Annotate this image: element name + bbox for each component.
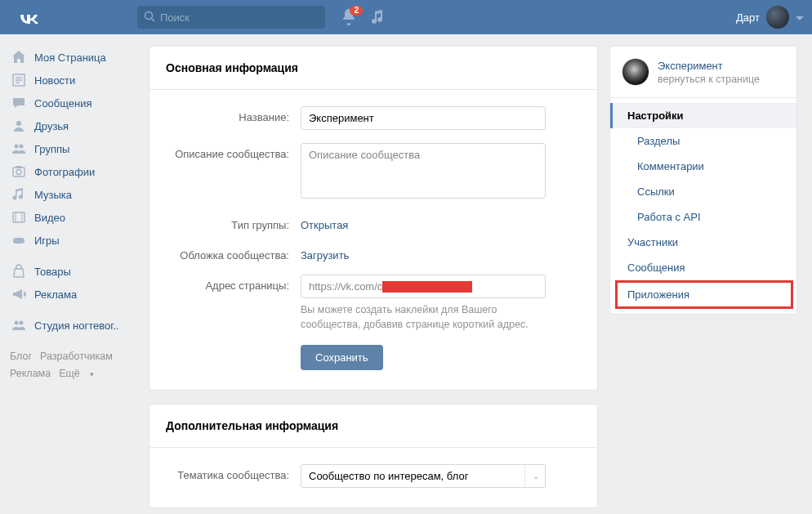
nav-item-msg[interactable]: Сообщения (7, 92, 137, 114)
sidebar-group-header[interactable]: Эксперимент вернуться к странице (610, 47, 796, 98)
sidebar-item[interactable]: Сообщения (610, 255, 796, 280)
search-input[interactable] (160, 11, 307, 24)
select-topic-value: Сообщество по интересам, блог (301, 464, 546, 488)
footer-devs[interactable]: Разработчикам (40, 351, 113, 362)
nav-item-music[interactable]: Музыка (7, 183, 137, 206)
input-name[interactable] (301, 106, 546, 130)
sidebar-item[interactable]: Ссылки (610, 179, 796, 204)
search-field[interactable] (137, 6, 325, 29)
sidebar-item[interactable]: Участники (610, 230, 796, 255)
nav-label: Друзья (34, 120, 69, 132)
sidebar-item[interactable]: Приложения (615, 280, 793, 309)
sidebar-item[interactable]: Комментарии (610, 154, 796, 179)
svg-point-17 (20, 321, 24, 325)
footer-blog[interactable]: Блог (10, 351, 32, 362)
notifications-icon[interactable]: 2 (341, 9, 356, 25)
url-hint: Вы можете создать наклейки для Вашего со… (301, 303, 554, 332)
svg-rect-12 (13, 212, 25, 222)
footer-links: БлогРазработчикам РекламаЕщё▾ (7, 348, 137, 383)
photos-icon (11, 164, 26, 179)
link-upload-cover[interactable]: Загрузить (301, 244, 349, 261)
panel-additional-info: Дополнительная информация Тематика сообщ… (149, 404, 598, 508)
url-prefix: https://vk.com/c (309, 280, 382, 293)
user-menu[interactable]: Дарт (736, 6, 804, 29)
select-topic[interactable]: Сообщество по интересам, блог ⌄ (301, 464, 546, 488)
nav-label: Группы (34, 143, 69, 155)
nav-label: Видео (34, 212, 65, 224)
svg-rect-9 (13, 168, 25, 177)
friends-icon (11, 118, 26, 133)
nav-label: Товары (34, 266, 71, 278)
label-topic: Тематика сообщества: (166, 464, 301, 481)
label-desc: Описание сообщества: (166, 143, 301, 160)
footer-ads[interactable]: Реклама (10, 368, 51, 379)
label-cover: Обложка сообщества: (166, 244, 301, 261)
label-name: Название: (166, 106, 301, 123)
svg-rect-11 (16, 166, 21, 168)
input-url[interactable]: https://vk.com/c (301, 275, 546, 298)
group-avatar (622, 58, 649, 86)
user-name: Дарт (736, 11, 760, 24)
panel-title: Дополнительная информация (149, 404, 597, 448)
notif-badge: 2 (350, 6, 363, 16)
nav-item-photos[interactable]: Фотографии (7, 160, 137, 183)
nav-item-video[interactable]: Видео (7, 206, 137, 229)
chevron-down-icon (796, 11, 804, 24)
page-container: Моя СтраницаНовостиСообщенияДрузьяГруппы… (0, 34, 812, 514)
input-desc[interactable] (301, 143, 546, 199)
sidebar-item[interactable]: Настройки (610, 103, 796, 128)
nav-item-groups[interactable]: Группы (7, 137, 137, 160)
nav-label: Моя Страница (34, 51, 106, 64)
home-icon (11, 50, 26, 65)
panel-title: Основная информация (149, 47, 597, 90)
user-avatar (766, 6, 789, 29)
header-icons: 2 (341, 9, 384, 25)
search-icon (144, 11, 155, 25)
nav-label: Новости (34, 74, 75, 87)
svg-point-16 (15, 321, 19, 325)
games-icon (11, 233, 26, 248)
nav-label: Студия ногтевог.. (34, 320, 119, 332)
redacted-url (382, 281, 472, 293)
left-nav: Моя СтраницаНовостиСообщенияДрузьяГруппы… (7, 46, 137, 383)
group-name: Эксперимент (658, 60, 760, 72)
svg-point-8 (20, 145, 24, 149)
nav-item-market[interactable]: Товары (7, 260, 137, 283)
groups-icon (11, 318, 26, 333)
nav-label: Сообщения (34, 97, 92, 110)
panel-basic-info: Основная информация Название: Описание с… (149, 46, 598, 391)
footer-more[interactable]: Ещё▾ (59, 368, 102, 379)
svg-rect-15 (13, 238, 25, 244)
link-group-type[interactable]: Открытая (301, 214, 348, 231)
label-type: Тип группы: (166, 214, 301, 231)
groups-icon (11, 141, 26, 156)
nav-item-groups[interactable]: Студия ногтевог.. (7, 314, 137, 337)
svg-point-6 (16, 121, 21, 126)
sidebar-item[interactable]: Разделы (610, 128, 796, 154)
svg-line-1 (152, 19, 154, 21)
vk-logo[interactable] (16, 11, 39, 24)
nav-item-games[interactable]: Игры (7, 229, 137, 252)
nav-item-friends[interactable]: Друзья (7, 114, 137, 137)
nav-label: Музыка (34, 189, 72, 201)
sidebar-item[interactable]: Работа с API (610, 204, 796, 230)
nav-item-ads[interactable]: Реклама (7, 283, 137, 306)
svg-point-10 (16, 170, 21, 175)
nav-item-home[interactable]: Моя Страница (7, 46, 137, 69)
header-bar: 2 Дарт (0, 0, 812, 34)
svg-point-7 (15, 145, 19, 149)
msg-icon (11, 96, 26, 110)
sidebar-nav: НастройкиРазделыКомментарииСсылкиРабота … (610, 98, 796, 314)
video-icon (11, 210, 26, 225)
save-button[interactable]: Сохранить (301, 345, 383, 370)
main-content: Основная информация Название: Описание с… (149, 46, 598, 514)
nav-item-news[interactable]: Новости (7, 69, 137, 92)
news-icon (11, 73, 26, 87)
back-to-page: вернуться к странице (658, 74, 760, 85)
nav-label: Игры (34, 235, 60, 247)
sidebar-card: Эксперимент вернуться к странице Настрой… (609, 46, 797, 315)
music-icon (11, 187, 26, 202)
music-icon[interactable] (371, 10, 384, 25)
label-url: Адрес страницы: (166, 275, 301, 292)
market-icon (11, 264, 26, 279)
